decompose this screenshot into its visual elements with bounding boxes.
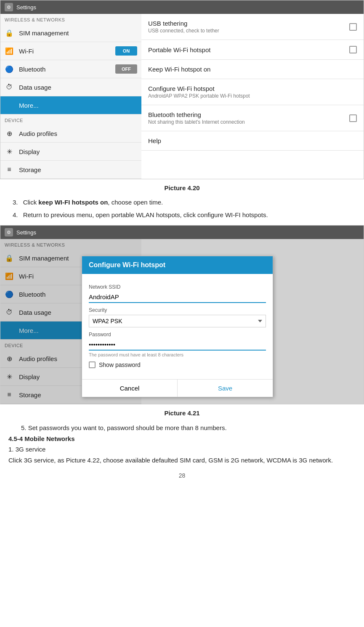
sim-icon-2: 🔒 [5, 253, 14, 263]
portable-wifi-checkbox[interactable] [349, 46, 357, 53]
titlebar-1: ⚙ Settings [0, 0, 364, 14]
sidebar-sim-label: SIM management [19, 29, 137, 37]
data-icon-2: ⏱ [5, 308, 14, 317]
section-item-1: 1. 3G service [8, 444, 356, 455]
data-icon: ⏱ [5, 82, 14, 92]
configure-wifi-subtitle: AndroidAP WPA2 PSK portable Wi-Fi hotspo… [148, 93, 250, 99]
titlebar-label-1: Settings [16, 4, 36, 11]
password-input[interactable] [89, 339, 266, 351]
modal-title: Configure Wi-Fi hotspot [82, 256, 273, 274]
sidebar-bluetooth-label: Bluetooth [19, 66, 110, 73]
help-title: Help [148, 137, 161, 144]
modal-body: Network SSID Security WPA2 PSK Password … [82, 274, 273, 374]
bt-tether-subtitle: Not sharing this tablet's Internet conne… [148, 119, 245, 125]
sidebar-item-display[interactable]: ✳ Display [0, 143, 141, 161]
settings-icon: ⚙ [5, 3, 13, 11]
help-item[interactable]: Help [141, 131, 364, 151]
configure-wifi-title: Configure Wi-Fi hotspot [148, 85, 250, 92]
usb-tether-title: USB tethering [148, 20, 219, 27]
settings-icon-2: ⚙ [5, 228, 13, 236]
display-icon: ✳ [5, 147, 14, 156]
sidebar-item-audio[interactable]: ⊕ Audio profiles [0, 125, 141, 143]
bt-tether-text: Bluetooth tethering Not sharing this tab… [148, 111, 245, 125]
configure-wifi-item[interactable]: Configure Wi-Fi hotspot AndroidAP WPA2 P… [141, 79, 364, 105]
portable-wifi-item[interactable]: Portable Wi-Fi hotspot [141, 40, 364, 60]
step-4: 4. Return to previous menu, open portabl… [13, 210, 351, 220]
sidebar-storage-label: Storage [19, 166, 137, 173]
sidebar-display-label: Display [19, 148, 137, 155]
usb-tether-subtitle: USB connected, check to tether [148, 28, 219, 34]
more-icon-2 [5, 326, 14, 335]
titlebar-label-2: Settings [16, 229, 36, 236]
save-button[interactable]: Save [178, 380, 273, 397]
display-icon-2: ✳ [5, 372, 14, 381]
password-hint: The password must have at least 8 charac… [89, 352, 266, 357]
sidebar-item-storage[interactable]: ≡ Storage [0, 161, 141, 179]
titlebar-2: ⚙ Settings [0, 226, 364, 239]
password-label: Password [89, 332, 266, 337]
caption-1: Picture 4.20 [0, 179, 364, 195]
network-ssid-label: Network SSID [89, 284, 266, 290]
screen-body-2: WIRELESS & NETWORKS 🔒 SIM management 📶 W… [0, 239, 364, 404]
show-password-checkbox[interactable] [89, 361, 96, 368]
sidebar-audio-label: Audio profiles [19, 130, 137, 137]
caption-2: Picture 4.21 [0, 404, 364, 420]
step-5: 5. Set passwords you want to, password s… [8, 422, 356, 433]
sidebar-wifi-label: Wi-Fi [19, 48, 110, 55]
sidebar-item-bluetooth[interactable]: 🔵 Bluetooth OFF [0, 60, 141, 78]
sidebar-data-label: Data usage [19, 84, 137, 91]
keep-wifi-item[interactable]: Keep Wi-Fi hotspot on [141, 60, 364, 79]
step-3: 3. Click keep WI-FI hotspots on, choose … [13, 197, 351, 207]
usb-tether-text: USB tethering USB connected, check to te… [148, 20, 219, 34]
keep-wifi-text: Keep Wi-Fi hotspot on [148, 66, 210, 73]
section-heading: 4.5-4 Mobile Networks [8, 433, 356, 444]
configure-wifi-modal: Configure Wi-Fi hotspot Network SSID Sec… [82, 256, 273, 397]
usb-tether-checkbox[interactable] [349, 23, 357, 31]
show-password-row: Show password [89, 361, 266, 368]
audio-icon: ⊕ [5, 129, 14, 138]
sim-icon: 🔒 [5, 28, 14, 37]
section-label-device: DEVICE [0, 114, 141, 125]
body-steps: 3. Click keep WI-FI hotspots on, choose … [0, 195, 364, 225]
sidebar-item-more[interactable]: More... [0, 96, 141, 114]
section-item-2: Click 3G service, as Picture 4.22, choos… [8, 455, 356, 466]
sidebar-item-sim[interactable]: 🔒 SIM management [0, 24, 141, 42]
usb-tether-item[interactable]: USB tethering USB connected, check to te… [141, 14, 364, 40]
bluetooth-toggle[interactable]: OFF [115, 64, 137, 74]
sidebar-more-label: More... [19, 102, 137, 109]
screen-body-1: WIRELESS & NETWORKS 🔒 SIM management 📶 W… [0, 14, 364, 179]
right-panel-1: USB tethering USB connected, check to te… [141, 14, 364, 179]
bt-tether-item[interactable]: Bluetooth tethering Not sharing this tab… [141, 105, 364, 131]
bt-tether-checkbox[interactable] [349, 114, 357, 122]
storage-icon-2: ≡ [5, 390, 14, 399]
keep-wifi-title: Keep Wi-Fi hotspot on [148, 66, 210, 73]
section-label-wireless: WIRELESS & NETWORKS [0, 14, 141, 24]
screenshot-1: ⚙ Settings WIRELESS & NETWORKS 🔒 SIM man… [0, 0, 364, 179]
portable-wifi-title: Portable Wi-Fi hotspot [148, 46, 210, 53]
audio-icon-2: ⊕ [5, 354, 14, 363]
screenshot-2: ⚙ Settings WIRELESS & NETWORKS 🔒 SIM man… [0, 225, 364, 404]
bottom-text: 5. Set passwords you want to, password s… [0, 420, 364, 468]
security-select[interactable]: WPA2 PSK [89, 315, 266, 327]
storage-icon: ≡ [5, 165, 14, 174]
show-password-label: Show password [99, 361, 141, 368]
wifi-icon-2: 📶 [5, 271, 14, 281]
sidebar-item-wifi[interactable]: 📶 Wi-Fi ON [0, 42, 141, 60]
more-icon [5, 101, 14, 110]
portable-wifi-text: Portable Wi-Fi hotspot [148, 46, 210, 53]
sidebar-item-data[interactable]: ⏱ Data usage [0, 78, 141, 96]
keep-wifi-bold: keep WI-FI hotspots on [38, 199, 108, 206]
configure-wifi-text: Configure Wi-Fi hotspot AndroidAP WPA2 P… [148, 85, 250, 99]
modal-buttons: Cancel Save [82, 379, 273, 397]
cancel-button[interactable]: Cancel [82, 380, 178, 397]
wifi-icon: 📶 [5, 46, 14, 56]
help-text: Help [148, 137, 161, 144]
security-label: Security [89, 307, 266, 313]
sidebar-1: WIRELESS & NETWORKS 🔒 SIM management 📶 W… [0, 14, 141, 179]
bluetooth-icon-2: 🔵 [5, 290, 14, 299]
section-label-wireless-2: WIRELESS & NETWORKS [0, 239, 141, 249]
page-number: 28 [0, 468, 364, 483]
network-ssid-input[interactable] [89, 292, 266, 303]
wifi-toggle[interactable]: ON [115, 46, 137, 56]
step-5-text: Set passwords you want to, password shou… [28, 424, 227, 431]
